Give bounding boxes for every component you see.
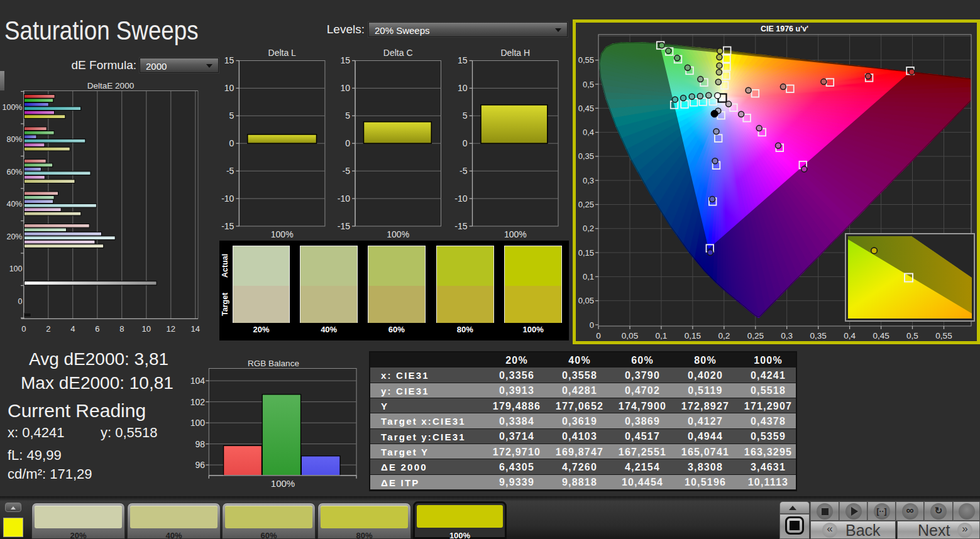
svg-text:0: 0 (596, 331, 601, 340)
svg-text:-5: -5 (343, 166, 351, 176)
svg-text:15: 15 (458, 55, 468, 65)
svg-text:0,2: 0,2 (718, 331, 730, 340)
svg-text:20%: 20% (6, 232, 22, 241)
svg-text:RGB Balance: RGB Balance (248, 359, 299, 368)
svg-text:0: 0 (463, 138, 468, 148)
svg-text:100%: 100% (271, 478, 295, 489)
svg-text:0: 0 (345, 138, 350, 148)
svg-text:60%: 60% (6, 168, 22, 177)
svg-text:-10: -10 (454, 193, 467, 204)
svg-text:0,45: 0,45 (873, 331, 889, 340)
svg-text:5: 5 (229, 111, 234, 121)
svg-text:-5: -5 (460, 166, 468, 176)
svg-text:2: 2 (46, 324, 50, 334)
svg-text:0,25: 0,25 (747, 331, 764, 340)
svg-text:-15: -15 (338, 221, 350, 231)
svg-text:8: 8 (119, 324, 124, 334)
svg-text:0: 0 (229, 138, 234, 148)
svg-text:100: 100 (190, 418, 206, 428)
svg-text:6: 6 (95, 324, 99, 334)
svg-text:0,55: 0,55 (578, 55, 594, 65)
svg-text:0,5: 0,5 (583, 80, 594, 89)
svg-text:0,5: 0,5 (906, 331, 918, 340)
svg-text:0,2: 0,2 (583, 224, 594, 233)
svg-text:0,4: 0,4 (844, 331, 856, 340)
svg-text:0,1: 0,1 (583, 272, 594, 281)
svg-text:0: 0 (590, 320, 594, 330)
svg-text:-5: -5 (226, 166, 234, 176)
svg-text:CIE 1976 u'v': CIE 1976 u'v' (761, 24, 808, 33)
svg-text:0,45: 0,45 (578, 104, 594, 113)
svg-text:0,05: 0,05 (578, 296, 594, 305)
svg-text:0,55: 0,55 (935, 331, 952, 340)
svg-text:0,4: 0,4 (583, 128, 594, 137)
svg-text:100%: 100% (3, 103, 23, 112)
svg-text:5: 5 (345, 111, 350, 121)
svg-text:104: 104 (190, 376, 206, 386)
svg-text:0: 0 (21, 324, 26, 334)
svg-text:0,25: 0,25 (578, 200, 594, 209)
svg-text:98: 98 (195, 439, 205, 449)
svg-text:5: 5 (463, 111, 468, 121)
svg-text:96: 96 (195, 460, 205, 470)
svg-text:DeltaE 2000: DeltaE 2000 (87, 81, 134, 90)
svg-text:0,3: 0,3 (583, 176, 594, 185)
svg-text:15: 15 (224, 55, 234, 65)
svg-text:100%: 100% (271, 229, 294, 239)
svg-text:0,35: 0,35 (810, 331, 827, 340)
svg-text:-10: -10 (338, 193, 350, 204)
svg-text:-15: -15 (221, 221, 234, 231)
svg-text:Delta C: Delta C (383, 48, 413, 58)
svg-text:10: 10 (458, 83, 468, 93)
svg-text:100%: 100% (387, 229, 409, 239)
svg-text:100%: 100% (504, 229, 527, 239)
svg-text:-15: -15 (454, 221, 467, 231)
svg-text:Delta L: Delta L (268, 48, 297, 58)
svg-text:0,1: 0,1 (656, 331, 668, 340)
svg-text:-10: -10 (221, 193, 234, 204)
svg-text:0,15: 0,15 (578, 248, 594, 258)
svg-text:10: 10 (142, 324, 151, 334)
svg-text:10: 10 (224, 83, 234, 93)
svg-text:102: 102 (190, 397, 206, 407)
svg-text:12: 12 (167, 324, 175, 334)
svg-text:100: 100 (9, 264, 23, 273)
svg-text:10: 10 (340, 83, 350, 93)
svg-text:40%: 40% (6, 200, 22, 209)
svg-text:14: 14 (191, 324, 200, 334)
svg-text:0,15: 0,15 (685, 331, 701, 340)
svg-text:80%: 80% (6, 135, 22, 144)
svg-text:0,35: 0,35 (578, 151, 594, 161)
svg-text:0,05: 0,05 (622, 331, 638, 340)
svg-text:15: 15 (340, 55, 350, 65)
svg-text:0,3: 0,3 (781, 331, 793, 340)
svg-text:0: 0 (18, 297, 23, 306)
svg-text:Delta H: Delta H (500, 48, 530, 58)
svg-text:4: 4 (70, 324, 75, 334)
